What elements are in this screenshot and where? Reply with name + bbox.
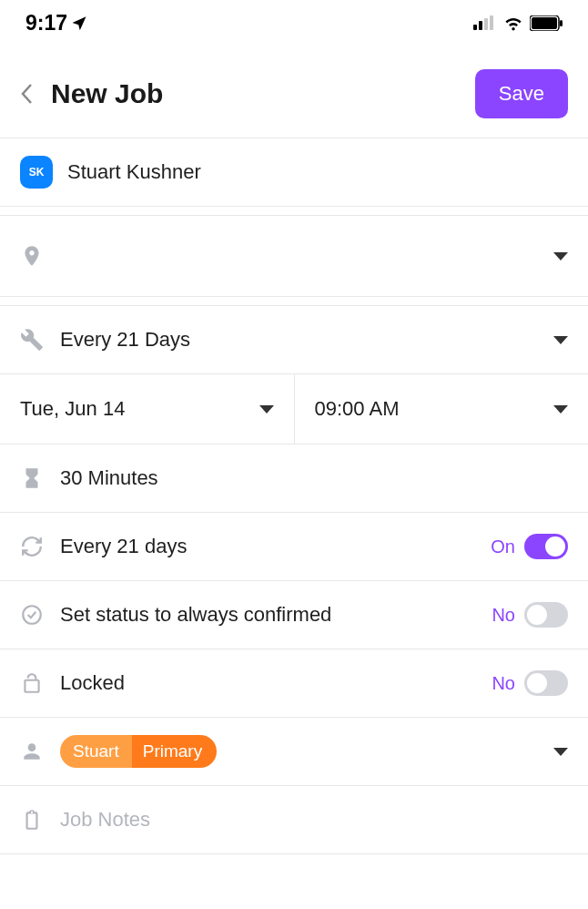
job-notes-row[interactable]: Job Notes — [0, 785, 588, 854]
svg-rect-5 — [532, 17, 557, 29]
locked-toggle[interactable] — [524, 670, 568, 696]
duration-row[interactable]: 30 Minutes — [0, 444, 588, 513]
save-button[interactable]: Save — [475, 69, 568, 118]
svg-rect-0 — [473, 25, 477, 30]
header: New Job Save — [0, 46, 588, 138]
lock-icon — [20, 671, 60, 695]
customer-row[interactable]: SK Stuart Kushner — [0, 138, 588, 207]
assigned-role: Primary — [132, 735, 217, 768]
cellular-icon — [473, 15, 497, 30]
page-title: New Job — [51, 78, 163, 109]
status-time: 9:17 — [25, 11, 67, 36]
location-row[interactable] — [0, 215, 588, 297]
time-label: 09:00 AM — [315, 397, 545, 421]
wrench-icon — [20, 328, 60, 352]
assigned-badge-container: Stuart Primary — [60, 735, 544, 768]
recurrence-state-label: On — [491, 536, 515, 557]
status-confirmed-state-label: No — [492, 605, 515, 626]
refresh-icon — [20, 535, 60, 558]
assigned-person: Stuart — [60, 735, 132, 768]
locked-state-label: No — [492, 673, 515, 694]
status-confirmed-toggle[interactable] — [524, 602, 568, 628]
recurrence-toggle[interactable] — [524, 534, 568, 559]
frequency-row[interactable]: Every 21 Days — [0, 305, 588, 374]
location-pin-icon — [20, 244, 60, 268]
svg-rect-1 — [479, 21, 482, 30]
person-icon — [20, 740, 60, 763]
wifi-icon — [502, 15, 524, 31]
status-confirmed-label: Set status to always confirmed — [60, 603, 492, 627]
status-bar: 9:17 — [0, 0, 588, 46]
locked-label: Locked — [60, 671, 492, 695]
date-time-row: Tue, Jun 14 09:00 AM — [0, 373, 588, 444]
locked-row: Locked No — [0, 649, 588, 718]
status-time-group: 9:17 — [25, 11, 87, 36]
status-confirmed-row: Set status to always confirmed No — [0, 580, 588, 649]
chevron-down-icon — [553, 405, 568, 414]
svg-rect-2 — [484, 18, 488, 30]
customer-avatar: SK — [20, 156, 53, 189]
battery-icon — [530, 15, 563, 31]
chevron-down-icon — [553, 748, 568, 756]
svg-rect-3 — [490, 15, 493, 30]
status-indicators — [473, 15, 563, 31]
hourglass-icon — [20, 466, 60, 490]
time-picker[interactable]: 09:00 AM — [295, 374, 589, 444]
duration-label: 30 Minutes — [60, 466, 568, 490]
check-badge-icon — [20, 603, 60, 627]
frequency-label: Every 21 Days — [60, 328, 544, 352]
recurrence-row: Every 21 days On — [0, 512, 588, 581]
chevron-down-icon — [553, 252, 568, 260]
date-label: Tue, Jun 14 — [20, 397, 250, 421]
job-notes-placeholder: Job Notes — [60, 808, 568, 832]
svg-rect-6 — [560, 20, 563, 26]
recurrence-label: Every 21 days — [60, 535, 491, 558]
customer-name: Stuart Kushner — [67, 160, 568, 184]
clipboard-icon — [20, 808, 60, 832]
svg-point-8 — [23, 606, 41, 624]
chevron-down-icon — [259, 405, 274, 414]
header-left: New Job — [20, 78, 163, 109]
date-picker[interactable]: Tue, Jun 14 — [0, 374, 295, 444]
chevron-down-icon — [553, 336, 568, 344]
back-icon[interactable] — [20, 83, 33, 105]
assigned-row[interactable]: Stuart Primary — [0, 717, 588, 786]
empty-row — [0, 853, 588, 909]
location-arrow-icon — [71, 15, 87, 31]
assigned-badge: Stuart Primary — [60, 735, 217, 768]
